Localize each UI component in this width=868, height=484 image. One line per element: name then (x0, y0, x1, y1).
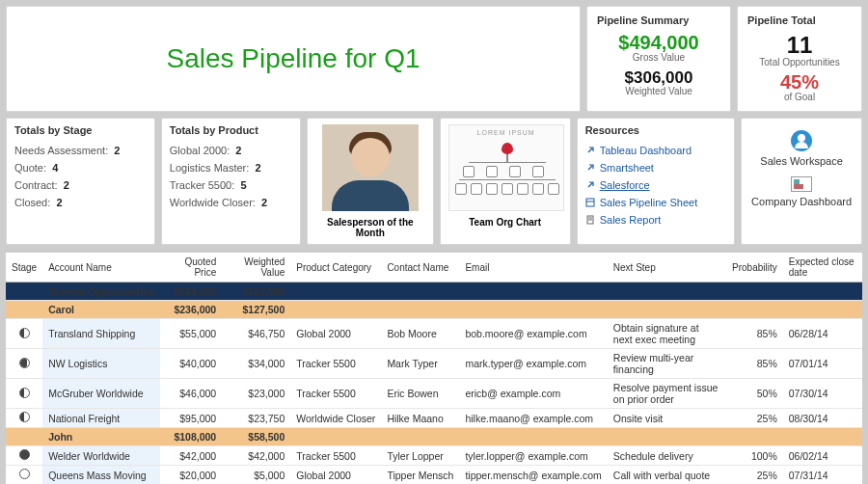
product-total-item: Worldwide Closer: 2 (170, 194, 292, 211)
column-header[interactable]: Account Name (42, 253, 160, 282)
resources-label: Resources (585, 124, 726, 136)
stage-total-item: Needs Assessment: 2 (14, 142, 147, 159)
column-header[interactable]: Probability (726, 253, 783, 282)
resource-link[interactable]: Tableau Dashboard (585, 142, 726, 159)
opportunities-table[interactable]: StageAccount NameQuoted PriceWeighted Va… (6, 253, 862, 484)
title-card: Sales Pipeline for Q1 (6, 6, 581, 112)
column-header[interactable]: Email (459, 253, 607, 282)
company-dashboard-link[interactable]: Company Dashboard (749, 196, 854, 207)
column-header[interactable]: Product Category (290, 253, 381, 282)
column-header[interactable]: Next Step (608, 253, 726, 282)
sheet-icon (585, 198, 595, 207)
resource-link[interactable]: Sales Pipeline Sheet (585, 194, 726, 211)
dashboard-icon (791, 176, 812, 192)
table-row[interactable]: Welder Worldwide$42,000$42,000Tracker 55… (6, 446, 862, 466)
gross-value-label: Gross Value (591, 52, 726, 63)
totals-by-stage-panel: Totals by Stage Needs Assessment: 2Quote… (6, 118, 155, 245)
stage-total-item: Contract: 2 (14, 176, 147, 194)
product-total-item: Tracker 5500: 5 (170, 176, 292, 194)
table-row[interactable]: McGruber Worldwide$46,000$23,000Tracker … (6, 379, 862, 409)
column-header[interactable]: Expected close date (783, 253, 862, 282)
org-chart-image: LOREM IPSUM (448, 124, 564, 211)
org-chart-panel[interactable]: LOREM IPSUM Team Org Chart (440, 118, 571, 245)
totals-by-product-panel: Totals by Product Global 2000: 2Logistic… (161, 118, 301, 245)
goal-pct: 45% (742, 71, 857, 94)
salesperson-panel: Salesperson of the Month (307, 118, 434, 245)
weighted-value: $306,000 (591, 68, 726, 88)
weighted-value-label: Weighted Value (591, 86, 726, 96)
gross-value: $494,000 (591, 32, 726, 54)
totals-by-product-label: Totals by Product (170, 124, 292, 136)
resource-link[interactable]: Salesforce (585, 176, 726, 194)
pipeline-total-label: Pipeline Total (742, 13, 857, 32)
salesperson-photo (322, 124, 419, 211)
stage-icon (19, 328, 30, 338)
table-row[interactable]: National Freight$95,000$23,750Worldwide … (6, 409, 862, 428)
pipeline-total-card: Pipeline Total 11 Total Opportunities 45… (737, 6, 862, 112)
column-header[interactable]: Stage (6, 253, 42, 282)
table-row[interactable]: NW Logistics$40,000$34,000Tracker 5500Ma… (6, 349, 862, 379)
stage-total-item: Quote: 4 (14, 159, 147, 176)
column-header[interactable]: Weighted Value (222, 253, 290, 282)
goal-pct-label: of Goal (742, 92, 857, 102)
total-count: 11 (742, 32, 857, 59)
resource-link[interactable]: Smartsheet (585, 159, 726, 176)
stage-icon (19, 358, 30, 368)
page-title: Sales Pipeline for Q1 (166, 43, 420, 74)
stage-icon (19, 412, 30, 422)
totals-by-stage-label: Totals by Stage (14, 124, 147, 136)
column-header[interactable]: Contact Name (381, 253, 459, 282)
total-count-label: Total Opportunities (742, 57, 857, 67)
stage-icon (19, 469, 30, 479)
group-row[interactable]: John$108,000$58,500 (6, 428, 862, 446)
resource-link[interactable]: Sales Report (585, 211, 726, 229)
resources-panel: Resources Tableau DashboardSmartsheetSal… (577, 118, 735, 245)
people-icon (791, 130, 812, 151)
svg-rect-0 (586, 199, 594, 206)
stage-icon (19, 388, 30, 398)
link-icon (585, 146, 595, 155)
pipeline-summary-label: Pipeline Summary (591, 13, 726, 32)
table-row[interactable]: Transland Shipping$55,000$46,750Global 2… (6, 319, 862, 349)
summary-row: Current Opportunities$524,000$313,500 (6, 282, 862, 301)
link-icon (585, 180, 595, 190)
link-icon (585, 163, 595, 173)
pipeline-summary-card: Pipeline Summary $494,000 Gross Value $3… (586, 6, 731, 112)
table-row[interactable]: Queens Mass Moving$20,000$5,000Global 20… (6, 466, 862, 485)
product-total-item: Logistics Master: 2 (170, 159, 292, 176)
doc-icon (585, 215, 595, 225)
column-header[interactable]: Quoted Price (160, 253, 222, 282)
product-total-item: Global 2000: 2 (170, 142, 292, 159)
sales-workspace-link[interactable]: Sales Workspace (749, 155, 854, 167)
person-icon (502, 143, 513, 154)
org-chart-caption: Team Org Chart (448, 217, 562, 228)
salesperson-caption: Salesperson of the Month (315, 217, 425, 238)
stage-icon (19, 449, 30, 460)
group-row[interactable]: Carol$236,000$127,500 (6, 301, 862, 319)
stage-total-item: Closed: 2 (14, 194, 147, 211)
workspace-links-panel: Sales Workspace Company Dashboard (741, 118, 862, 245)
